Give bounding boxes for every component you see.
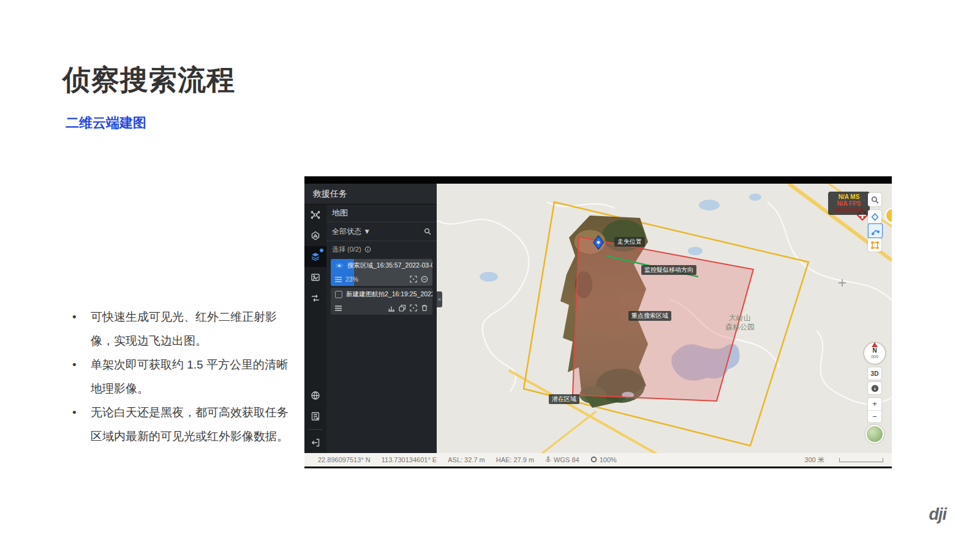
app-screenshot: 救援任务 xyxy=(304,176,892,468)
menu-icon[interactable] xyxy=(335,277,342,282)
visibility-eye-icon[interactable] xyxy=(335,263,344,269)
status-latitude: 22.896097513° N xyxy=(318,456,371,463)
hud-ms: N/A MS xyxy=(831,193,867,200)
progress-percent: 23% xyxy=(345,276,358,283)
compass[interactable]: N 000 xyxy=(862,341,887,365)
globe-icon[interactable] xyxy=(304,385,326,406)
status-longitude: 113.730134601° E xyxy=(382,456,437,463)
hud-extra xyxy=(834,208,864,212)
sidebar-rail xyxy=(304,204,326,453)
bullet-item: • 可快速生成可见光、红外二维正射影像，实现边飞边出图。 xyxy=(69,305,294,353)
section-title: 地图 xyxy=(326,204,437,222)
basemap-switch-thumb[interactable] xyxy=(865,425,884,443)
layer-list-panel: 地图 全部状态 ▼ 选择 (0/2) xyxy=(326,204,437,453)
copy-icon[interactable] xyxy=(399,304,406,312)
compass-heading: 000 xyxy=(871,354,878,359)
focus-icon[interactable] xyxy=(410,276,417,283)
zoom-control[interactable]: + − xyxy=(868,398,881,422)
zoom-in-button[interactable]: + xyxy=(868,398,881,411)
bullet-glyph: • xyxy=(69,305,91,353)
bullet-text: 无论白天还是黑夜，都可高效获取任务区域内最新的可见光或红外影像数据。 xyxy=(91,400,294,448)
task-settings-icon[interactable] xyxy=(304,406,326,427)
trash-icon[interactable] xyxy=(421,304,428,312)
map-search-button[interactable] xyxy=(868,193,881,206)
terrain-marker-icon[interactable] xyxy=(304,225,326,246)
map-status-bar: 22.896097513° N 113.730134601° E ASL: 32… xyxy=(304,453,892,467)
team-drone-icon[interactable] xyxy=(304,204,326,225)
layer-item-mapping-flight[interactable]: 新建建图航拍2_16:19:25_2022-0... xyxy=(331,288,432,315)
map-label-key-search-area: 重点搜索区域 xyxy=(628,311,671,321)
stream-route-icon[interactable] xyxy=(304,288,326,309)
status-filter[interactable]: 全部状态 ▼ xyxy=(326,222,437,241)
page-subtitle: 二维云端建图 xyxy=(66,114,146,132)
bullet-glyph: • xyxy=(69,400,91,448)
bullet-item: • 单架次即可获取约 1.5 平方公里的清晰地理影像。 xyxy=(69,353,294,400)
draw-polygon-tool[interactable] xyxy=(868,238,881,252)
media-icon[interactable] xyxy=(304,267,326,288)
map-info-button[interactable] xyxy=(868,382,881,394)
draw-point-tool[interactable] xyxy=(868,210,881,223)
map-canvas[interactable]: « xyxy=(437,184,892,453)
menu-icon[interactable] xyxy=(335,305,342,311)
toggle-3d-button[interactable]: 3D xyxy=(868,367,881,380)
layer-item-name: 新建建图航拍2_16:19:25_2022-0... xyxy=(346,290,432,299)
layer-item-name: 搜索区域_16:35:57_2022-03-08+... xyxy=(347,261,432,270)
selection-count-row: 选择 (0/2) xyxy=(326,241,437,257)
map-label-potential-area: 潜在区域 xyxy=(549,394,579,404)
compass-n: N xyxy=(872,347,876,354)
layer-item-search-area[interactable]: 搜索区域_16:35:57_2022-03-08+... 23% xyxy=(331,259,432,286)
info-icon[interactable] xyxy=(364,246,371,253)
bullet-list: • 可快速生成可见光、红外二维正射影像，实现边飞边出图。 • 单架次即可获取约 … xyxy=(69,305,294,448)
focus-icon[interactable] xyxy=(410,304,417,312)
hud-fps: N/A FPS xyxy=(831,200,867,207)
letterbox-bottom xyxy=(304,467,892,468)
zoom-ring-icon xyxy=(590,456,597,464)
bullet-text: 可快速生成可见光、红外二维正射影像，实现边飞边出图。 xyxy=(91,305,294,353)
exit-icon[interactable] xyxy=(304,432,326,453)
scale-text: 300 米 xyxy=(805,455,824,465)
bullet-item: • 无论白天还是黑夜，都可高效获取任务区域内最新的可见光或红外影像数据。 xyxy=(69,400,294,448)
status-zoom-percent: 100% xyxy=(600,456,617,463)
checkbox[interactable] xyxy=(335,291,342,298)
status-filter-label: 全部状态 ▼ xyxy=(332,227,371,237)
dji-logo: dji xyxy=(929,505,947,524)
layers-icon[interactable] xyxy=(304,246,326,267)
mission-panel: 救援任务 xyxy=(304,184,437,453)
search-icon[interactable] xyxy=(424,228,431,235)
telemetry-hud: N/A MS N/A FPS xyxy=(828,192,870,215)
remove-circle-icon[interactable] xyxy=(421,276,428,283)
zoom-out-button[interactable]: − xyxy=(868,411,881,423)
map-label-park: 大岭山 森林公园 xyxy=(718,313,761,332)
bullet-text: 单架次即可获取约 1.5 平方公里的清晰地理影像。 xyxy=(91,353,294,400)
panel-title: 救援任务 xyxy=(304,184,437,204)
bullet-glyph: • xyxy=(69,353,91,400)
page-title: 侦察搜索流程 xyxy=(62,61,235,99)
datum-anchor-icon xyxy=(545,456,551,464)
map-label-lost-position: 走失位置 xyxy=(614,237,645,247)
notification-dot xyxy=(320,249,323,252)
status-datum: WGS 84 xyxy=(554,456,579,463)
selection-count: 选择 (0/2) xyxy=(332,245,361,254)
map-label-movement-direction: 监控疑似移动方向 xyxy=(641,265,696,275)
stats-icon[interactable] xyxy=(388,304,395,312)
letterbox-top xyxy=(304,176,892,184)
scale-bar xyxy=(839,458,883,462)
status-hae: HAE: 27.9 m xyxy=(496,456,534,463)
slide: 侦察搜索流程 二维云端建图 • 可快速生成可见光、红外二维正射影像，实现边飞边出… xyxy=(0,0,980,551)
draw-line-tool[interactable] xyxy=(868,223,883,238)
panel-collapse-handle[interactable]: « xyxy=(437,291,442,307)
status-asl: ASL: 32.7 m xyxy=(448,456,485,463)
divider xyxy=(309,429,322,430)
